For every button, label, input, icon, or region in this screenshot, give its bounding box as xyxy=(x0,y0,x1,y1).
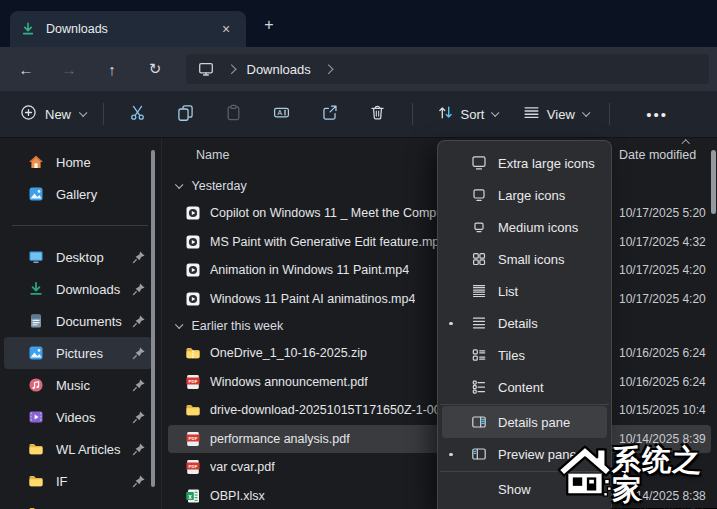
menu-item-label: Content xyxy=(498,380,544,395)
menu-item-list[interactable]: List xyxy=(442,275,607,307)
folder-icon xyxy=(28,473,44,489)
details-view-icon xyxy=(471,315,487,331)
menu-item-large-icons[interactable]: Large icons xyxy=(442,179,607,211)
file-list-scrollbar[interactable] xyxy=(711,150,716,214)
column-header-date-modified[interactable]: Date modified xyxy=(619,148,696,162)
sidebar-item-home[interactable]: Home xyxy=(4,146,152,178)
menu-item-label: Medium icons xyxy=(498,220,578,235)
tab-close-icon[interactable]: × xyxy=(216,21,236,37)
menu-item-label: Small icons xyxy=(498,252,564,267)
refresh-icon[interactable]: ↻ xyxy=(143,60,167,78)
file-date-modified: 10/17/2025 4:20 xyxy=(619,263,706,277)
list-view-icon xyxy=(471,283,487,299)
pin-icon xyxy=(132,410,146,424)
sidebar-scrollbar[interactable] xyxy=(151,150,155,487)
sidebar-item-label: WL Articles xyxy=(56,442,132,457)
breadcrumb-chevron-icon xyxy=(323,64,332,73)
more-options-button[interactable]: ••• xyxy=(646,106,668,123)
sidebar-item-label: Downloads xyxy=(56,282,132,297)
menu-item-content[interactable]: Content xyxy=(442,371,607,403)
sidebar-item-label: Desktop xyxy=(56,250,132,265)
trash-icon xyxy=(369,104,386,125)
file-date-modified: 10/17/2025 5:20 xyxy=(619,206,706,220)
view-button[interactable]: View xyxy=(523,104,587,124)
plus-circle-icon xyxy=(20,104,37,124)
file-name: Windows announcement.pdf xyxy=(210,375,368,389)
new-button[interactable]: New xyxy=(12,104,93,124)
sidebar-item-documents[interactable]: Documents xyxy=(4,305,152,337)
share-button[interactable] xyxy=(306,97,354,131)
sort-arrows-icon xyxy=(437,104,454,124)
videos-icon xyxy=(28,409,44,425)
pin-icon xyxy=(132,474,146,488)
scissors-icon xyxy=(129,104,146,125)
sort-button[interactable]: Sort xyxy=(437,104,497,124)
cut-button[interactable] xyxy=(114,97,162,131)
rename-button[interactable]: A xyxy=(258,97,306,131)
delete-button[interactable] xyxy=(354,97,402,131)
menu-item-details[interactable]: Details xyxy=(442,307,607,339)
file-date-modified: 10/15/2025 10:4 xyxy=(619,403,706,417)
pdf-icon: PDF xyxy=(185,374,201,390)
menu-item-label: Details pane xyxy=(498,415,570,430)
command-toolbar: New A Sort xyxy=(0,91,717,138)
chevron-down-icon xyxy=(492,109,500,117)
pdf-icon: PDF xyxy=(185,459,201,475)
navigation-bar: ← → ↑ ↻ Downloads xyxy=(0,47,717,91)
desktop-icon xyxy=(28,249,44,265)
file-explorer-window: Downloads × + ← → ↑ ↻ Downloads New xyxy=(0,0,717,509)
tab-downloads[interactable]: Downloads × xyxy=(10,11,246,47)
music-icon xyxy=(28,377,44,393)
column-header-name[interactable]: Name xyxy=(196,148,229,162)
sidebar-item-desktop[interactable]: Desktop xyxy=(4,241,152,273)
copy-icon xyxy=(177,104,194,125)
sidebar-item-folder[interactable] xyxy=(4,497,152,509)
sidebar-item-wl-articles[interactable]: WL Articles xyxy=(4,433,152,465)
sidebar-item-pictures[interactable]: Pictures xyxy=(4,337,152,369)
sidebar-item-music[interactable]: Music xyxy=(4,369,152,401)
menu-item-extra-large-icons[interactable]: Extra large icons xyxy=(442,147,607,179)
selected-bullet-icon xyxy=(449,322,453,326)
toolbar-divider xyxy=(103,103,104,125)
pin-icon xyxy=(132,250,146,264)
content-view-icon xyxy=(471,379,487,395)
folder-icon xyxy=(28,441,44,457)
chevron-down-icon xyxy=(582,109,590,117)
breadcrumb-downloads[interactable]: Downloads xyxy=(247,62,311,77)
sidebar-item-gallery[interactable]: Gallery xyxy=(4,178,152,210)
sidebar-item-label: Documents xyxy=(56,314,132,329)
svg-text:PDF: PDF xyxy=(189,464,198,469)
documents-icon xyxy=(28,313,44,329)
back-icon[interactable]: ← xyxy=(14,61,38,78)
sidebar-item-downloads[interactable]: Downloads xyxy=(4,273,152,305)
file-name: Animation in Windows 11 Paint.mp4 xyxy=(210,263,409,277)
file-name: var cvar.pdf xyxy=(210,460,275,474)
video-icon xyxy=(185,205,201,221)
file-date-modified: 10/16/2025 6:24 xyxy=(619,346,706,360)
menu-item-small-icons[interactable]: Small icons xyxy=(442,243,607,275)
lg-icons-icon xyxy=(471,187,487,203)
file-name: Copilot on Windows 11 _ Meet the Compu xyxy=(210,206,443,220)
none-icon xyxy=(471,481,487,497)
view-lines-icon xyxy=(523,104,540,124)
menu-item-medium-icons[interactable]: Medium icons xyxy=(442,211,607,243)
video-icon xyxy=(185,291,201,307)
address-bar[interactable]: Downloads xyxy=(186,54,709,84)
tab-title: Downloads xyxy=(46,22,108,36)
menu-item-tiles[interactable]: Tiles xyxy=(442,339,607,371)
menu-item-details-pane[interactable]: Details pane xyxy=(442,406,607,438)
menu-item-label: Large icons xyxy=(498,188,565,203)
file-name: drive-download-20251015T171650Z-1-001. xyxy=(210,403,451,417)
new-tab-button[interactable]: + xyxy=(258,14,280,36)
sidebar-item-if[interactable]: IF xyxy=(4,465,152,497)
menu-item-label: Show xyxy=(498,482,531,497)
sidebar-item-videos[interactable]: Videos xyxy=(4,401,152,433)
file-date-modified: 10/17/2025 4:20 xyxy=(619,292,706,306)
share-icon xyxy=(321,104,338,125)
sidebar-item-label: Gallery xyxy=(56,187,152,202)
svg-text:PDF: PDF xyxy=(189,436,198,441)
forward-icon: → xyxy=(57,61,81,78)
copy-button[interactable] xyxy=(162,97,210,131)
up-icon[interactable]: ↑ xyxy=(100,61,124,78)
sm-icons-icon xyxy=(471,251,487,267)
